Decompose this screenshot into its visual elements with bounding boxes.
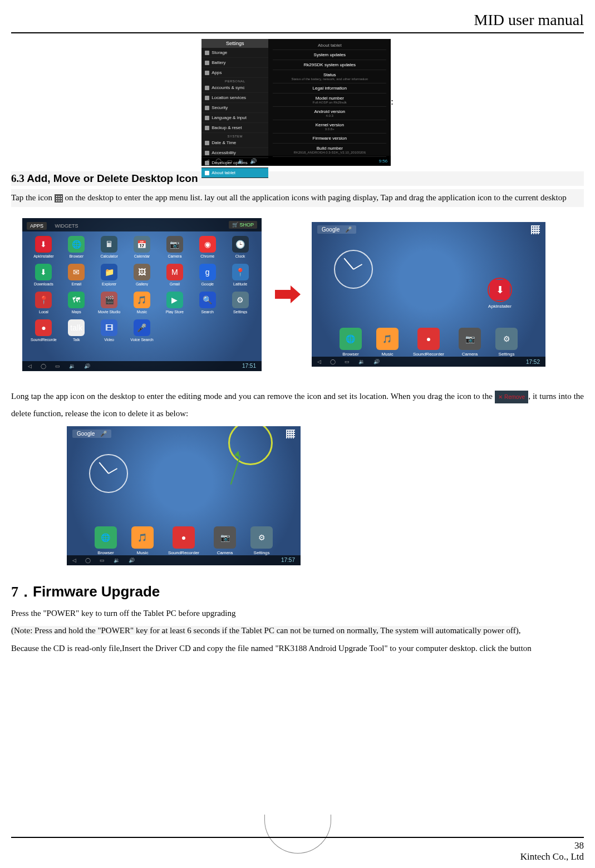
app-label: Maps bbox=[62, 310, 91, 314]
home-icon[interactable]: ◯ bbox=[215, 158, 222, 164]
dock-app-camera[interactable]: 📷Camera bbox=[214, 526, 236, 555]
home-icon[interactable]: ◯ bbox=[41, 363, 46, 369]
shop-label: SHOP bbox=[239, 222, 254, 228]
shop-link[interactable]: 🛒 SHOP bbox=[229, 221, 257, 229]
row-title: Model number bbox=[273, 96, 386, 101]
sidebar-item-about[interactable]: About tablet bbox=[201, 168, 268, 178]
app-camera[interactable]: 📷Camera bbox=[160, 236, 189, 258]
app-label: Settings bbox=[250, 550, 273, 555]
app-search[interactable]: 🔍Search bbox=[193, 292, 222, 314]
app-video[interactable]: 🎞Video bbox=[95, 319, 124, 342]
recents-icon[interactable]: ▭ bbox=[227, 158, 232, 164]
dock-app-music[interactable]: 🎵Music bbox=[376, 328, 399, 357]
app-explorer[interactable]: 📁Explorer bbox=[95, 264, 124, 286]
recents-icon[interactable]: ▭ bbox=[100, 558, 105, 563]
sidebar-item-accessibility[interactable]: Accessibility bbox=[201, 148, 268, 158]
about-row-legal[interactable]: Legal information bbox=[273, 83, 386, 93]
info-icon bbox=[205, 171, 209, 175]
google-search-widget[interactable]: Google 🎤 bbox=[72, 430, 111, 438]
home-icon[interactable]: ◯ bbox=[85, 558, 91, 563]
app-icon: ● bbox=[417, 328, 440, 350]
vol-up-icon[interactable]: 🔊 bbox=[129, 558, 135, 563]
chapter-7-heading: 7．Firmware Upgrade bbox=[11, 582, 584, 601]
app-talk[interactable]: talkTalk bbox=[62, 319, 91, 342]
dock-app-browser[interactable]: 🌐Browser bbox=[340, 328, 362, 357]
app-calculator[interactable]: 🖩Calculator bbox=[95, 236, 124, 258]
app-music[interactable]: 🎵Music bbox=[127, 292, 157, 314]
about-row-system-updates[interactable]: System updates bbox=[273, 50, 386, 60]
vol-up-icon[interactable]: 🔊 bbox=[84, 363, 90, 369]
app-moviestudio[interactable]: 🎬Movie Studio bbox=[95, 292, 124, 314]
sidebar-item-backup[interactable]: Backup & reset bbox=[201, 123, 268, 133]
app-google[interactable]: gGoogle bbox=[193, 264, 222, 286]
about-row-status[interactable]: StatusStatus of the battery, network, an… bbox=[273, 70, 386, 83]
app-latitude[interactable]: 📍Latitude bbox=[225, 264, 255, 286]
recents-icon[interactable]: ▭ bbox=[345, 359, 350, 364]
app-playstore[interactable]: ▶Play Store bbox=[160, 292, 189, 314]
back-icon[interactable]: ◁ bbox=[72, 558, 76, 563]
home-icon[interactable]: ◯ bbox=[330, 359, 336, 364]
sidebar-item-battery[interactable]: Battery bbox=[201, 58, 268, 68]
sidebar-item-storage[interactable]: Storage bbox=[201, 48, 268, 58]
app-browser[interactable]: 🌐Browser bbox=[62, 236, 91, 258]
sidebar-item-language[interactable]: Language & input bbox=[201, 113, 268, 123]
app-icon: 🎬 bbox=[101, 292, 117, 308]
vol-up-icon[interactable]: 🔊 bbox=[250, 158, 257, 164]
clock-widget[interactable] bbox=[334, 250, 373, 289]
vol-up-icon[interactable]: 🔊 bbox=[373, 359, 380, 364]
about-row-rk-updates[interactable]: Rk29SDK system updates bbox=[273, 60, 386, 70]
tab-widgets[interactable]: WIDGETS bbox=[55, 223, 78, 229]
app-label: Clock bbox=[225, 254, 255, 258]
app-gallery[interactable]: 🖼Gallery bbox=[127, 264, 157, 286]
google-search-widget[interactable]: Google 🎤 bbox=[317, 225, 356, 234]
row-title: Kernel version bbox=[273, 122, 386, 127]
back-icon[interactable]: ◁ bbox=[317, 359, 321, 364]
vol-down-icon[interactable]: 🔉 bbox=[358, 359, 365, 364]
dock-app-settings[interactable]: ⚙Settings bbox=[250, 526, 273, 555]
mic-icon[interactable]: 🎤 bbox=[100, 431, 107, 437]
recents-icon[interactable]: ▭ bbox=[55, 363, 60, 369]
tab-apps[interactable]: APPS bbox=[27, 222, 47, 230]
dropped-app[interactable]: ⬇ ApkInstaller bbox=[488, 278, 512, 309]
dock-app-settings[interactable]: ⚙Settings bbox=[495, 328, 518, 357]
dock-app-soundrecorder[interactable]: ●SoundRecorder bbox=[168, 526, 199, 555]
vol-down-icon[interactable]: 🔉 bbox=[69, 363, 75, 369]
app-gmail[interactable]: MGmail bbox=[160, 264, 189, 286]
settings-screenshot: Settings Storage Battery Apps PERSONAL A… bbox=[201, 39, 391, 166]
dock-app-music[interactable]: 🎵Music bbox=[131, 526, 154, 555]
app-icon: 🎵 bbox=[376, 328, 399, 350]
app-voicesearch[interactable]: 🎤Voice Search bbox=[127, 319, 157, 342]
dock-app-browser[interactable]: 🌐Browser bbox=[95, 526, 117, 555]
app-icon: talk bbox=[68, 319, 85, 336]
mic-icon[interactable]: 🎤 bbox=[345, 226, 352, 233]
sidebar-item-accounts[interactable]: Accounts & sync bbox=[201, 83, 268, 93]
app-label: Music bbox=[376, 352, 399, 357]
app-settings[interactable]: ⚙Settings bbox=[225, 292, 255, 314]
app-maps[interactable]: 🗺Maps bbox=[62, 292, 91, 314]
app-icon: ● bbox=[35, 319, 52, 336]
search-label: Google bbox=[77, 431, 95, 437]
sidebar-item-apps[interactable]: Apps bbox=[201, 68, 268, 78]
app-soundrecorde[interactable]: ●SoundRecorde bbox=[29, 319, 58, 342]
sidebar-label: Battery bbox=[212, 60, 225, 65]
dock-app-soundrecorder[interactable]: ●SoundRecorder bbox=[413, 328, 444, 357]
app-email[interactable]: ✉Email bbox=[62, 264, 91, 286]
sidebar-item-datetime[interactable]: Date & Time bbox=[201, 138, 268, 148]
app-apkinstaller[interactable]: ⬇ApkInstaller bbox=[29, 236, 58, 258]
back-icon[interactable]: ◁ bbox=[205, 158, 209, 164]
back-icon[interactable]: ◁ bbox=[28, 363, 32, 369]
app-local[interactable]: 📍Local bbox=[29, 292, 58, 314]
app-drawer-button[interactable] bbox=[286, 430, 295, 438]
vol-down-icon[interactable]: 🔉 bbox=[238, 158, 244, 164]
vol-down-icon[interactable]: 🔉 bbox=[114, 558, 120, 563]
app-chrome[interactable]: ◉Chrome bbox=[193, 236, 222, 258]
dock-app-camera[interactable]: 📷Camera bbox=[459, 328, 481, 357]
clock-widget[interactable] bbox=[89, 454, 128, 493]
app-downloads[interactable]: ⬇Downloads bbox=[29, 264, 58, 286]
app-calendar[interactable]: 📅Calendar bbox=[127, 236, 157, 258]
about-row-firmware: Firmware version bbox=[273, 134, 386, 144]
app-clock[interactable]: 🕒Clock bbox=[225, 236, 255, 258]
sidebar-item-location[interactable]: Location services bbox=[201, 93, 268, 103]
sidebar-item-security[interactable]: Security bbox=[201, 103, 268, 113]
app-drawer-button[interactable] bbox=[531, 225, 540, 234]
